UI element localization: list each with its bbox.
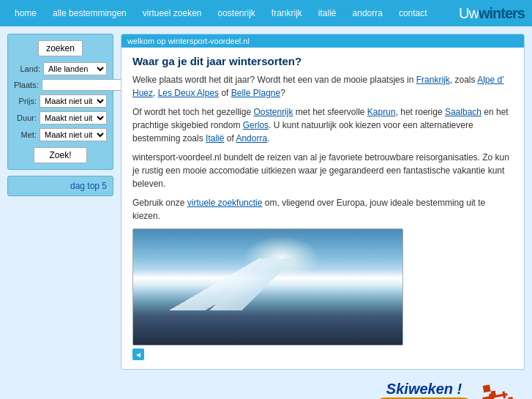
brand-uw: Uw <box>459 5 479 21</box>
met-label: Met: <box>14 130 40 139</box>
nav-virtueel-zoeken[interactable]: virtueel zoeken <box>135 5 209 21</box>
para1: Welke plaats wordt het dit jaar? Wordt h… <box>132 73 513 100</box>
prijs-row: Prijs: Maakt niet uit <box>14 94 107 108</box>
skier-icon: ⛷ <box>477 374 520 399</box>
para2: Of wordt het toch het gezellige Oostenri… <box>132 105 513 145</box>
nav-andorra[interactable]: andorra <box>345 5 390 21</box>
plaats-row: Plaats: <box>14 79 107 91</box>
link-kaprun[interactable]: Kaprun <box>367 107 396 117</box>
footer-area: Skiweken ! Volop voordeel ! ⛷ winterspor… <box>0 377 532 399</box>
content-header-bar: welkom op wintersport-voordeel.nl <box>121 34 524 48</box>
nav-contact[interactable]: contact <box>391 5 435 21</box>
skiweken-title: Skiweken ! <box>375 381 473 398</box>
image-navigation: ◄ <box>132 348 513 360</box>
search-title-button[interactable]: zoeken <box>38 40 83 56</box>
land-label: Land: <box>14 64 43 73</box>
link-frankrijk[interactable]: Frankrijk <box>416 75 450 85</box>
link-andorra[interactable]: Andorra <box>236 133 267 143</box>
skiweken-promo: Skiweken ! Volop voordeel ! <box>375 381 473 399</box>
content-heading: Waar ga je dit jaar wintersorten? <box>132 55 513 67</box>
image-prev-button[interactable]: ◄ <box>132 348 144 360</box>
para4: Gebruik onze virtuele zoekfunctie om, vl… <box>132 196 513 223</box>
link-saalbach[interactable]: Saalbach <box>445 107 482 117</box>
nav-oostenrijk[interactable]: oostenrijk <box>210 5 262 21</box>
ski-image <box>132 228 403 346</box>
link-belle-plagne[interactable]: Belle Plagne <box>231 88 280 98</box>
nav-alle-bestemmingen[interactable]: alle bestemmingen <box>45 5 134 21</box>
header: home alle bestemmingen virtueel zoeken o… <box>0 0 532 26</box>
met-row: Met: Maakt niet uit <box>14 128 107 141</box>
sidebar: zoeken Land: Alle landen Oostenrijk Fran… <box>7 34 113 370</box>
footer-copyright: wintersport-voordeel.nl 2007-200... <box>204 384 329 399</box>
para4-start: Gebruik onze <box>132 198 187 208</box>
land-select[interactable]: Alle landen Oostenrijk Frankrijk Italië … <box>43 62 107 75</box>
duur-select[interactable]: Maakt niet uit <box>40 111 107 124</box>
para3: wintersport-voordeel.nl bundelt de reize… <box>132 151 513 190</box>
met-select[interactable]: Maakt niet uit <box>40 128 107 141</box>
plaats-label: Plaats: <box>14 81 42 89</box>
dag-top-5[interactable]: dag top 5 <box>7 176 113 196</box>
prijs-select[interactable]: Maakt niet uit <box>40 94 107 108</box>
land-row: Land: Alle landen Oostenrijk Frankrijk I… <box>14 62 107 75</box>
link-oostenrijk[interactable]: Oostenrijk <box>253 107 293 117</box>
link-les-deux-alpes[interactable]: Les Deux Alpes <box>158 88 219 98</box>
link-virtuele-zoekfunctie[interactable]: virtuele zoekfunctie <box>187 198 263 208</box>
brand-logo: Uwwinters <box>459 5 525 22</box>
nav-frankrijk[interactable]: frankrijk <box>264 5 310 21</box>
duur-label: Duur: <box>14 113 40 122</box>
search-title: zoeken <box>14 40 107 56</box>
nav-home[interactable]: home <box>7 5 44 21</box>
zoek-button[interactable]: Zoek! <box>34 147 86 163</box>
navigation: home alle bestemmingen virtueel zoeken o… <box>7 5 435 21</box>
content-area: welkom op wintersport-voordeel.nl Waar g… <box>121 34 525 370</box>
search-box: zoeken Land: Alle landen Oostenrijk Fran… <box>7 34 113 170</box>
prijs-label: Prijs: <box>14 97 40 105</box>
duur-row: Duur: Maakt niet uit <box>14 111 107 124</box>
main-container: zoeken Land: Alle landen Oostenrijk Fran… <box>0 26 532 377</box>
ski-image-background <box>133 229 402 345</box>
link-italie[interactable]: Italië <box>206 133 224 143</box>
link-gerlos[interactable]: Gerlos <box>243 120 269 130</box>
brand-winters: winters <box>479 5 525 21</box>
nav-italie[interactable]: italië <box>311 5 344 21</box>
